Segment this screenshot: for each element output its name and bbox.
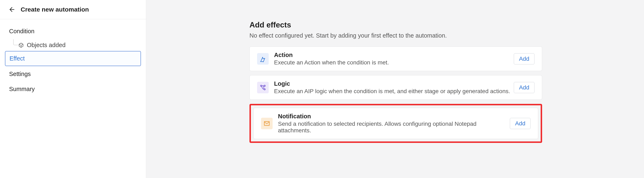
nav-sub-label: Objects added — [27, 42, 66, 48]
main-subtitle: No effect configured yet. Start by addin… — [250, 32, 542, 39]
nav-item-condition[interactable]: Condition — [5, 24, 141, 38]
sidebar: Create new automation Condition Objects … — [0, 0, 146, 178]
card-body: Logic Execute an AIP logic when the cond… — [274, 80, 514, 95]
add-action-button[interactable]: Add — [514, 53, 534, 64]
sidebar-nav: Condition Objects added Effect Settings … — [0, 19, 146, 102]
card-body: Action Execute an Action when the condit… — [274, 52, 514, 66]
card-desc-notification: Send a notification to selected recipien… — [278, 121, 510, 134]
sidebar-header: Create new automation — [0, 0, 146, 19]
card-title-notification: Notification — [278, 113, 510, 120]
notification-highlight: Notification Send a notification to sele… — [250, 104, 542, 143]
card-body: Notification Send a notification to sele… — [278, 113, 510, 134]
page-title: Create new automation — [21, 6, 89, 13]
main-heading: Add effects — [250, 21, 542, 29]
nav-sub-objects-added[interactable]: Objects added — [5, 39, 141, 51]
nav-item-settings[interactable]: Settings — [5, 67, 141, 81]
cube-icon — [18, 42, 24, 48]
svg-point-4 — [264, 85, 265, 86]
content-area: Add effects No effect configured yet. St… — [250, 21, 542, 143]
card-desc-logic: Execute an AIP logic when the condition … — [274, 88, 514, 95]
main-content: Add effects No effect configured yet. St… — [146, 0, 644, 178]
nav-item-summary[interactable]: Summary — [5, 82, 141, 96]
action-icon — [257, 53, 269, 65]
add-logic-button[interactable]: Add — [514, 82, 534, 93]
add-notification-button[interactable]: Add — [510, 118, 530, 129]
logic-icon — [257, 82, 269, 93]
nav-item-effect[interactable]: Effect — [5, 51, 141, 66]
card-desc-action: Execute an Action when the condition is … — [274, 59, 514, 66]
effect-card-logic: Logic Execute an AIP logic when the cond… — [250, 75, 542, 100]
effect-card-action: Action Execute an Action when the condit… — [250, 46, 542, 71]
card-title-action: Action — [274, 52, 514, 58]
notification-icon — [261, 118, 272, 129]
back-arrow-icon[interactable] — [8, 6, 16, 13]
effect-card-notification: Notification Send a notification to sele… — [254, 108, 538, 139]
card-title-logic: Logic — [274, 80, 514, 87]
